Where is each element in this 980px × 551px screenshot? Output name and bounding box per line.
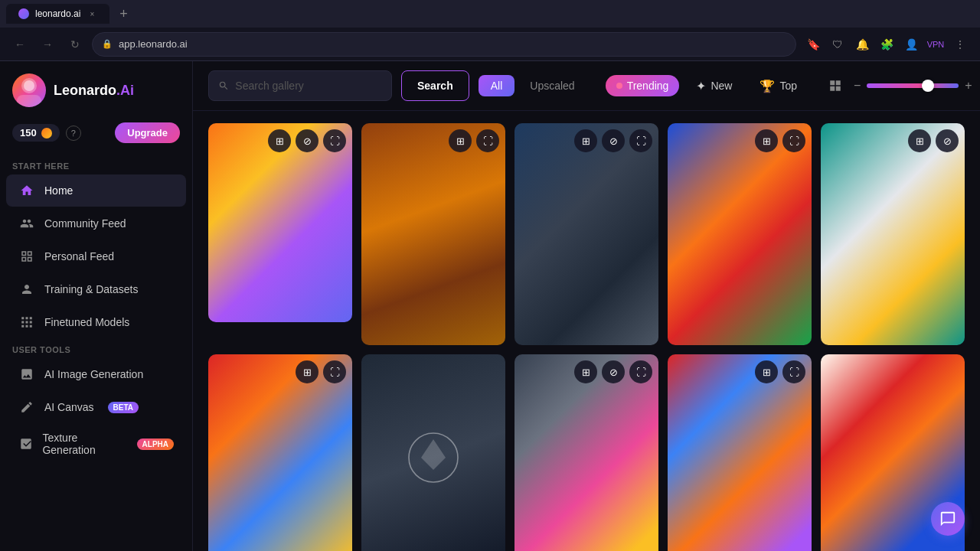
trending-button[interactable]: Trending bbox=[606, 75, 680, 96]
user-tools-label: User Tools bbox=[0, 339, 192, 357]
browser-nav: ← → ↻ 🔒 app.leonardo.ai 🔖 🛡 🔔 🧩 👤 VPN ⋮ bbox=[0, 28, 980, 61]
top-button[interactable]: 🏆 Top bbox=[749, 74, 808, 98]
extensions-button[interactable]: 🧩 bbox=[876, 34, 897, 55]
search-box[interactable] bbox=[208, 70, 392, 101]
sidebar-item-ai-image[interactable]: AI Image Generation bbox=[6, 358, 186, 390]
item-actions-2: ⊞ ⛶ bbox=[449, 129, 499, 152]
gallery-item-8[interactable]: ⊞ ⊘ ⛶ bbox=[514, 354, 658, 551]
slider-thumb[interactable] bbox=[922, 80, 934, 92]
vpn-button[interactable]: VPN bbox=[925, 34, 946, 55]
gallery-image-1 bbox=[208, 123, 352, 322]
gallery-item-9[interactable]: ⊞ ⛶ bbox=[668, 354, 812, 551]
main-content: Search All Upscaled Trending ✦ New 🏆 Top bbox=[193, 61, 980, 551]
start-here-label: Start Here bbox=[0, 155, 192, 174]
new-button[interactable]: ✦ New bbox=[685, 74, 743, 98]
tab-favicon bbox=[18, 8, 29, 19]
slider-track bbox=[867, 83, 959, 88]
sidebar-item-community[interactable]: Community Feed bbox=[6, 207, 186, 240]
fullscreen-button-1[interactable]: ⛶ bbox=[323, 129, 346, 152]
forward-button[interactable]: → bbox=[37, 34, 58, 55]
community-icon bbox=[18, 215, 35, 232]
address-bar[interactable]: 🔒 app.leonardo.ai bbox=[92, 32, 796, 57]
profile-button[interactable]: 👤 bbox=[900, 34, 922, 55]
sidebar-logo: Leonardo.Ai bbox=[0, 73, 192, 122]
zoom-in-button[interactable]: + bbox=[965, 79, 972, 93]
not-interested-button-3[interactable]: ⊘ bbox=[602, 129, 625, 152]
close-tab-button[interactable]: × bbox=[87, 8, 97, 19]
sidebar-item-ai-canvas[interactable]: AI Canvas BETA bbox=[6, 391, 186, 423]
fullscreen-button-7[interactable]: ⛶ bbox=[476, 360, 499, 383]
gallery-item-7[interactable]: ⛶ bbox=[361, 354, 505, 551]
not-interested-button-5[interactable]: ⊘ bbox=[936, 129, 959, 152]
gallery-item-3[interactable]: ⊞ ⊘ ⛶ bbox=[514, 123, 658, 345]
use-model-button-6[interactable]: ⊞ bbox=[296, 360, 318, 383]
sidebar-item-finetuned-label: Finetuned Models bbox=[44, 316, 129, 328]
view-controls: − + bbox=[823, 73, 972, 98]
use-model-button-8[interactable]: ⊞ bbox=[574, 360, 597, 383]
fullscreen-button-2[interactable]: ⛶ bbox=[476, 129, 499, 152]
sidebar-item-home-label: Home bbox=[44, 184, 73, 197]
search-button[interactable]: Search bbox=[401, 70, 469, 101]
canvas-icon bbox=[18, 399, 35, 416]
fullscreen-button-6[interactable]: ⛶ bbox=[323, 360, 346, 383]
active-tab[interactable]: leonardo.ai × bbox=[6, 4, 109, 24]
gallery-item-2[interactable]: ⊞ ⛶ bbox=[361, 123, 505, 345]
use-model-button-4[interactable]: ⊞ bbox=[755, 129, 778, 152]
coins-icon bbox=[41, 128, 52, 139]
chat-button[interactable] bbox=[931, 502, 965, 536]
use-model-button-5[interactable]: ⊞ bbox=[908, 129, 931, 152]
top-bar: Search All Upscaled Trending ✦ New 🏆 Top bbox=[193, 61, 980, 111]
browser-actions: 🔖 🛡 🔔 🧩 👤 VPN ⋮ bbox=[802, 34, 971, 55]
svg-point-1 bbox=[24, 80, 34, 91]
home-icon bbox=[18, 182, 35, 199]
sidebar-item-personal[interactable]: Personal Feed bbox=[6, 240, 186, 272]
gallery-item-1[interactable]: ⊞ ⊘ ⛶ bbox=[208, 123, 352, 322]
gallery-item-4[interactable]: ⊞ ⛶ bbox=[668, 123, 812, 345]
new-tab-button[interactable]: + bbox=[113, 3, 134, 24]
item-actions-8: ⊞ ⊘ ⛶ bbox=[574, 360, 652, 383]
not-interested-button-1[interactable]: ⊘ bbox=[296, 129, 318, 152]
use-model-button-3[interactable]: ⊞ bbox=[574, 129, 597, 152]
trending-dot bbox=[616, 83, 622, 89]
sidebar-item-personal-label: Personal Feed bbox=[44, 250, 114, 262]
zoom-out-button[interactable]: − bbox=[854, 79, 861, 93]
shield-button[interactable]: 🛡 bbox=[827, 34, 848, 55]
sidebar-item-texture[interactable]: Texture Generation ALPHA bbox=[6, 424, 186, 464]
upgrade-button[interactable]: Upgrade bbox=[115, 122, 180, 143]
use-model-button-2[interactable]: ⊞ bbox=[449, 129, 472, 152]
fullscreen-button-9[interactable]: ⛶ bbox=[782, 360, 805, 383]
zoom-slider[interactable] bbox=[867, 83, 959, 88]
not-interested-button-8[interactable]: ⊘ bbox=[602, 360, 625, 383]
sidebar-item-texture-label: Texture Generation bbox=[42, 432, 122, 456]
item-actions-5: ⊞ ⊘ bbox=[908, 129, 959, 152]
fullscreen-button-4[interactable]: ⛶ bbox=[782, 129, 805, 152]
fullscreen-button-3[interactable]: ⛶ bbox=[629, 129, 652, 152]
gallery-image-6 bbox=[208, 354, 352, 551]
use-model-button-9[interactable]: ⊞ bbox=[755, 360, 778, 383]
item-actions-3: ⊞ ⊘ ⛶ bbox=[574, 129, 652, 152]
search-input[interactable] bbox=[235, 80, 382, 92]
item-actions-4: ⊞ ⛶ bbox=[755, 129, 805, 152]
grid-view-button[interactable] bbox=[823, 73, 848, 98]
info-button[interactable]: ? bbox=[66, 126, 81, 141]
gallery-image-3 bbox=[514, 123, 658, 345]
menu-button[interactable]: ⋮ bbox=[949, 34, 971, 55]
gallery-item-6[interactable]: ⊞ ⛶ bbox=[208, 354, 352, 551]
bookmark-button[interactable]: 🔖 bbox=[802, 34, 824, 55]
sidebar-item-training[interactable]: Training & Datasets bbox=[6, 273, 186, 305]
reload-button[interactable]: ↻ bbox=[64, 34, 86, 55]
avatar bbox=[12, 73, 46, 107]
logo-text: Leonardo.Ai bbox=[54, 83, 134, 99]
fullscreen-button-8[interactable]: ⛶ bbox=[629, 360, 652, 383]
search-icon bbox=[218, 80, 229, 92]
alert-button[interactable]: 🔔 bbox=[851, 34, 873, 55]
gallery-item-5[interactable]: ⊞ ⊘ bbox=[821, 123, 965, 345]
sidebar-item-home[interactable]: Home bbox=[6, 174, 186, 207]
filter-all[interactable]: All bbox=[479, 75, 515, 96]
sidebar-item-finetuned[interactable]: Finetuned Models bbox=[6, 306, 186, 338]
credits-count: 150 bbox=[12, 124, 60, 142]
use-model-button-1[interactable]: ⊞ bbox=[268, 129, 291, 152]
filter-upscaled[interactable]: Upscaled bbox=[518, 75, 586, 96]
back-button[interactable]: ← bbox=[9, 34, 31, 55]
gallery-image-9 bbox=[668, 354, 812, 551]
